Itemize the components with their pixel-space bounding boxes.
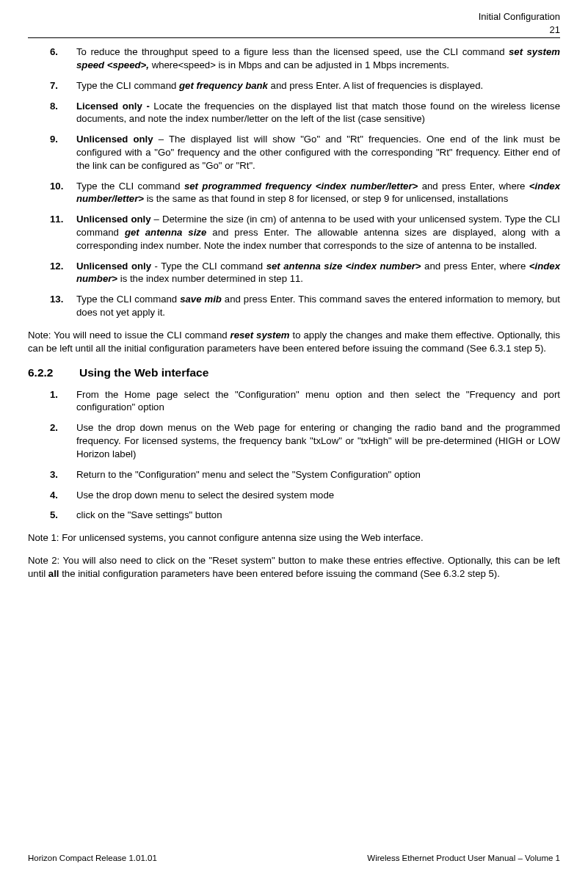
list-item: 4. Use the drop down menu to select the … (76, 489, 560, 502)
text: is the same as that found in step 8 for … (144, 193, 508, 204)
item-number: 12. (50, 260, 63, 273)
list-item: 13. Type the CLI command save mib and pr… (76, 293, 560, 319)
page: Initial Configuration 21 6. To reduce th… (0, 0, 588, 891)
item-number: 6. (50, 46, 58, 59)
text: To reduce the throughput speed to a figu… (76, 46, 509, 57)
header-title: Initial Configuration (479, 11, 560, 22)
text: is the index number determined in step 1… (117, 273, 303, 284)
list-item: 2. Use the drop down menus on the Web pa… (76, 421, 560, 460)
header-page-number: 21 (28, 23, 560, 37)
numbered-list-a: 6. To reduce the throughput speed to a f… (28, 46, 560, 319)
list-item: 5. click on the "Save settings" button (76, 509, 560, 522)
cli-command: set antenna size <index number> (266, 261, 421, 272)
item-number: 10. (50, 180, 63, 193)
text: Type the CLI command (76, 181, 184, 192)
text: and press Enter, where (418, 181, 529, 192)
emphasis: all (48, 568, 59, 579)
item-number: 9. (50, 133, 58, 146)
label: Unlicensed only (76, 134, 153, 145)
cli-command: get frequency bank (179, 80, 268, 91)
text: Use the drop down menu to select the des… (76, 490, 334, 501)
item-number: 2. (50, 421, 58, 434)
footer-right: Wireless Ethernet Product User Manual – … (367, 853, 560, 865)
cli-command: save mib (180, 294, 222, 305)
cli-command: reset system (231, 330, 290, 341)
cli-command: get antenna size (125, 227, 206, 238)
text: click on the "Save settings" button (76, 509, 222, 520)
note-1: Note 1: For unlicensed systems, you cann… (28, 531, 560, 545)
text: Type the CLI command (76, 80, 179, 91)
section-heading: 6.2.2Using the Web interface (28, 366, 560, 381)
list-item: 11. Unlicensed only – Determine the size… (76, 213, 560, 252)
page-footer: Horizon Compact Release 1.01.01 Wireless… (28, 853, 560, 865)
text: where<speed> is in Mbps and can be adjus… (149, 59, 449, 70)
list-item: 1. From the Home page select the "Config… (76, 388, 560, 415)
item-number: 5. (50, 509, 58, 522)
text: the initial configuration parameters hav… (59, 568, 500, 579)
item-number: 11. (50, 213, 63, 226)
list-item: 12. Unlicensed only - Type the CLI comma… (76, 260, 560, 286)
note-paragraph: Note: You will need to issue the CLI com… (28, 329, 560, 355)
item-number: 4. (50, 489, 58, 502)
numbered-list-b: 1. From the Home page select the "Config… (28, 388, 560, 523)
list-item: 8. Licensed only - Locate the frequencie… (76, 100, 560, 126)
item-number: 13. (50, 293, 63, 306)
list-item: 7. Type the CLI command get frequency ba… (76, 79, 560, 92)
text: Return to the "Configuration" menu and s… (76, 469, 421, 480)
list-item: 3. Return to the "Configuration" menu an… (76, 468, 560, 481)
item-number: 8. (50, 100, 58, 113)
text: Type the CLI command (76, 294, 180, 305)
text: and press Enter. A list of frequencies i… (268, 80, 483, 91)
text: Note: You will need to issue the CLI com… (28, 330, 231, 341)
list-item: 10. Type the CLI command set programmed … (76, 180, 560, 206)
item-number: 1. (50, 388, 58, 401)
text: Use the drop down menus on the Web page … (76, 422, 560, 459)
item-number: 3. (50, 468, 58, 481)
section-number: 6.2.2 (28, 366, 79, 381)
list-item: 6. To reduce the throughput speed to a f… (76, 46, 560, 72)
note-2: Note 2: You will also need to click on t… (28, 554, 560, 581)
list-item: 9. Unlicensed only – The displayed list … (76, 133, 560, 172)
label: Unlicensed only (76, 261, 151, 272)
cli-command: set programmed frequency <index number/l… (184, 181, 418, 192)
label: Unlicensed only (76, 214, 151, 225)
label: Licensed only - (76, 101, 153, 112)
text: and press Enter, where (421, 261, 529, 272)
page-header: Initial Configuration 21 (28, 10, 560, 38)
section-title: Using the Web interface (79, 366, 208, 379)
footer-left: Horizon Compact Release 1.01.01 (28, 853, 157, 865)
item-number: 7. (50, 79, 58, 92)
text: - Type the CLI command (151, 261, 266, 272)
text: From the Home page select the "Configura… (76, 389, 560, 413)
